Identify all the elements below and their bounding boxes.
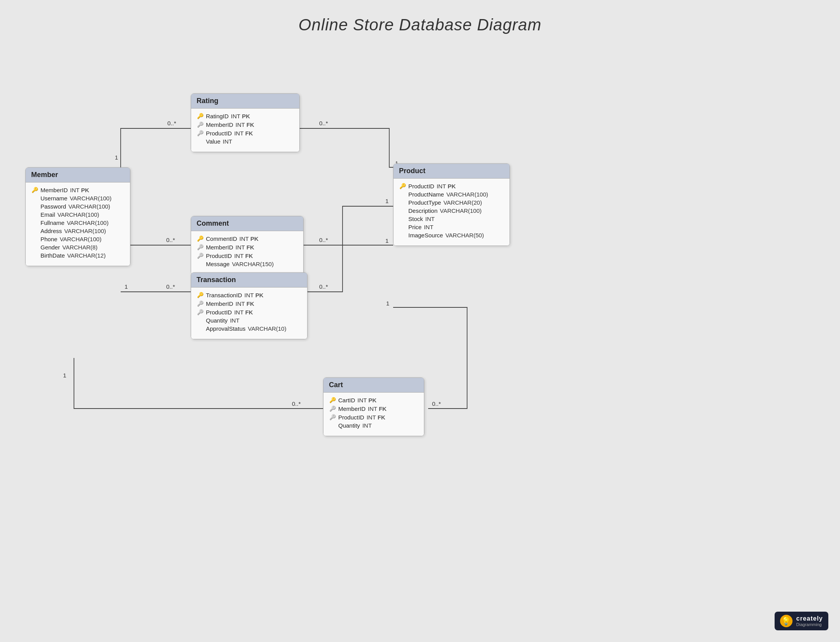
label-member-cart-1: 1 xyxy=(63,372,66,379)
field-value: Value INT xyxy=(197,138,294,145)
field-username: Username VARCHAR(100) xyxy=(31,195,125,202)
field-cart-memberid: 🔑 MemberID INT FK xyxy=(329,405,418,412)
field-rating-memberid: 🔑 MemberID INT FK xyxy=(197,121,294,128)
field-description: Description VARCHAR(100) xyxy=(399,207,504,214)
key-gold-icon: 🔑 xyxy=(329,396,336,403)
watermark-sub: Diagramming xyxy=(796,622,823,627)
field-cart-quantity: Quantity INT xyxy=(329,422,418,429)
label-trans-product-many: 0..* xyxy=(319,283,328,290)
transaction-header: Transaction xyxy=(191,273,307,288)
field-gender: Gender VARCHAR(8) xyxy=(31,244,125,251)
rating-header: Rating xyxy=(191,94,299,109)
label-comment-product-1: 1 xyxy=(385,198,388,204)
field-price: Price INT xyxy=(399,224,504,230)
label-rating-product-many: 0..* xyxy=(319,120,328,126)
label-cart-product-many: 0..* xyxy=(432,400,441,407)
key-gold-icon: 🔑 xyxy=(197,112,204,119)
label-member-rating-many: 0..* xyxy=(167,120,176,126)
key-gray-icon: 🔑 xyxy=(197,252,204,259)
label-cart-product-1: 1 xyxy=(386,300,389,307)
field-cartid: 🔑 CartID INT PK xyxy=(329,396,418,403)
comment-body: 🔑 CommentID INT PK 🔑 MemberID INT FK 🔑 P… xyxy=(191,231,303,274)
field-producttype: ProductType VARCHAR(20) xyxy=(399,199,504,206)
field-imagesource: ImageSource VARCHAR(50) xyxy=(399,232,504,239)
field-commentid: 🔑 CommentID INT PK xyxy=(197,235,298,242)
cart-body: 🔑 CartID INT PK 🔑 MemberID INT FK 🔑 Prod… xyxy=(323,393,424,436)
field-trans-productid: 🔑 ProductID INT FK xyxy=(197,309,302,316)
field-comment-memberid: 🔑 MemberID INT FK xyxy=(197,244,298,251)
field-cart-productid: 🔑 ProductID INT FK xyxy=(329,414,418,421)
key-gold-icon: 🔑 xyxy=(399,182,406,189)
key-gray-icon: 🔑 xyxy=(329,405,336,412)
label-trans-product-1: 1 xyxy=(385,237,388,244)
label-member-comment-many: 0..* xyxy=(166,237,175,243)
field-approvalstatus: ApprovalStatus VARCHAR(10) xyxy=(197,325,302,332)
member-header: Member xyxy=(26,168,130,182)
cart-header: Cart xyxy=(323,378,424,393)
key-gray-icon: 🔑 xyxy=(197,244,204,251)
field-memberid: 🔑 MemberID INT PK xyxy=(31,186,125,193)
key-gold-icon: 🔑 xyxy=(197,235,204,242)
member-body: 🔑 MemberID INT PK Username VARCHAR(100) … xyxy=(26,182,130,266)
field-stock: Stock INT xyxy=(399,216,504,222)
field-ratingid: 🔑 RatingID INT PK xyxy=(197,112,294,119)
field-message: Message VARCHAR(150) xyxy=(197,261,298,267)
field-phone: Phone VARCHAR(100) xyxy=(31,236,125,242)
field-fullname: Fullname VARCHAR(100) xyxy=(31,219,125,226)
diagram-area: 1 0..* 0..* 1 1 0..* 0..* 1 1 0..* 0..* … xyxy=(0,39,840,642)
field-rating-productid: 🔑 ProductID INT FK xyxy=(197,130,294,137)
watermark-icon: 💡 xyxy=(780,615,793,627)
label-member-trans-1: 1 xyxy=(125,283,128,290)
product-body: 🔑 ProductID INT PK ProductName VARCHAR(1… xyxy=(394,179,510,246)
field-trans-memberid: 🔑 MemberID INT FK xyxy=(197,300,302,307)
transaction-entity: Transaction 🔑 TransactionID INT PK 🔑 Mem… xyxy=(191,272,308,339)
comment-header: Comment xyxy=(191,216,303,231)
field-productid: 🔑 ProductID INT PK xyxy=(399,182,504,189)
watermark-brand: creately xyxy=(796,615,823,622)
rating-entity: Rating 🔑 RatingID INT PK 🔑 MemberID INT … xyxy=(191,93,300,152)
field-quantity: Quantity INT xyxy=(197,317,302,324)
connectors-svg: 1 0..* 0..* 1 1 0..* 0..* 1 1 0..* 0..* … xyxy=(0,39,840,642)
member-entity: Member 🔑 MemberID INT PK Username VARCHA… xyxy=(25,167,130,266)
product-entity: Product 🔑 ProductID INT PK ProductName V… xyxy=(393,163,510,246)
product-header: Product xyxy=(394,164,510,179)
watermark: 💡 creately Diagramming xyxy=(775,612,829,630)
field-birthdate: BirthDate VARCHAR(12) xyxy=(31,252,125,259)
field-email: Email VARCHAR(100) xyxy=(31,211,125,218)
field-address: Address VARCHAR(100) xyxy=(31,228,125,234)
key-gray-icon: 🔑 xyxy=(329,414,336,421)
transaction-body: 🔑 TransactionID INT PK 🔑 MemberID INT FK… xyxy=(191,288,307,339)
label-member-cart-many: 0..* xyxy=(292,400,301,407)
label-comment-product-many: 0..* xyxy=(319,237,328,243)
comment-entity: Comment 🔑 CommentID INT PK 🔑 MemberID IN… xyxy=(191,216,304,275)
field-password: Password VARCHAR(100) xyxy=(31,203,125,210)
label-member-trans-many: 0..* xyxy=(166,283,175,290)
key-gold-icon: 🔑 xyxy=(31,186,38,193)
cart-entity: Cart 🔑 CartID INT PK 🔑 MemberID INT FK 🔑… xyxy=(323,377,424,436)
key-gray-icon: 🔑 xyxy=(197,121,204,128)
field-transactionid: 🔑 TransactionID INT PK xyxy=(197,291,302,298)
rating-body: 🔑 RatingID INT PK 🔑 MemberID INT FK 🔑 Pr… xyxy=(191,109,299,152)
key-gray-icon: 🔑 xyxy=(197,300,204,307)
label-member-rating-1: 1 xyxy=(115,154,118,161)
field-productname: ProductName VARCHAR(100) xyxy=(399,191,504,198)
watermark-text: creately Diagramming xyxy=(796,615,823,627)
page-title: Online Store Database Diagram xyxy=(0,0,840,34)
key-gold-icon: 🔑 xyxy=(197,291,204,298)
field-comment-productid: 🔑 ProductID INT FK xyxy=(197,252,298,259)
key-gray-icon: 🔑 xyxy=(197,130,204,137)
key-gray-icon: 🔑 xyxy=(197,309,204,316)
